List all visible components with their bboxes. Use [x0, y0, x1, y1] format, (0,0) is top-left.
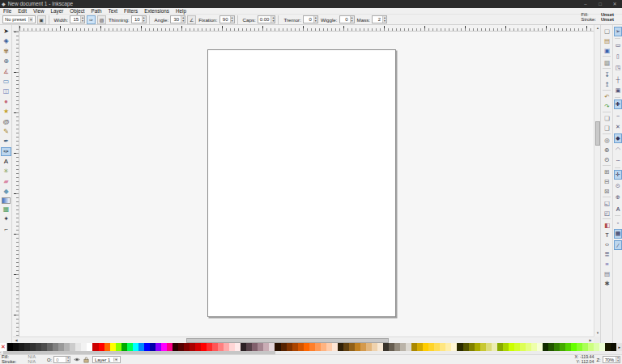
- layer-select[interactable]: Layer 1 ▾: [92, 356, 121, 363]
- snap-smooth-nodes[interactable]: ◠: [614, 145, 622, 154]
- open-document[interactable]: ▤: [602, 36, 612, 45]
- color-swatch[interactable]: [13, 343, 19, 351]
- color-swatch[interactable]: [588, 343, 594, 351]
- color-swatch[interactable]: [582, 343, 588, 351]
- color-swatch[interactable]: [383, 343, 389, 351]
- snap-bbox-corners[interactable]: ◳: [614, 63, 622, 73]
- color-swatch[interactable]: [321, 343, 326, 351]
- wiggle-spin-down[interactable]: ▾: [351, 19, 354, 23]
- snap-guides[interactable]: ∕: [614, 240, 622, 250]
- menu-extensions[interactable]: Extensions: [141, 8, 173, 15]
- color-swatch[interactable]: [116, 343, 121, 351]
- color-swatch[interactable]: [144, 343, 150, 351]
- color-swatch[interactable]: [104, 343, 110, 351]
- snap-bbox-edge-midpoints[interactable]: ┼: [614, 74, 622, 84]
- menu-text[interactable]: Text: [105, 8, 121, 15]
- color-swatch[interactable]: [275, 343, 280, 351]
- wiggle-spinner[interactable]: 0▴▾: [339, 15, 355, 23]
- color-swatch[interactable]: [611, 343, 616, 351]
- tool-paint-bucket[interactable]: ◆: [1, 187, 11, 196]
- title-bar[interactable]: ◆ New document 1 - Inkscape – □ ✕: [0, 0, 622, 8]
- color-swatch[interactable]: [195, 343, 201, 351]
- color-swatch[interactable]: [565, 343, 571, 351]
- color-swatch[interactable]: [497, 343, 503, 351]
- tool-gradient[interactable]: [2, 197, 11, 204]
- menu-edit[interactable]: Edit: [15, 8, 30, 15]
- color-swatch[interactable]: [184, 343, 190, 351]
- zoom-spin-down[interactable]: ▾: [616, 360, 620, 363]
- color-swatch[interactable]: [81, 343, 87, 351]
- chevron-down-icon[interactable]: ▾: [28, 17, 33, 22]
- menu-help[interactable]: Help: [173, 8, 190, 15]
- tool-spray[interactable]: ✳: [1, 167, 11, 176]
- horizontal-scrollbar[interactable]: ◀ ▶: [13, 336, 594, 343]
- color-swatch[interactable]: [423, 343, 428, 351]
- color-swatch[interactable]: [110, 343, 116, 351]
- tool-selector[interactable]: ➤: [1, 27, 11, 36]
- color-swatch[interactable]: [304, 343, 309, 351]
- color-swatch[interactable]: [75, 343, 81, 351]
- menu-layer[interactable]: Layer: [48, 8, 67, 15]
- color-swatch[interactable]: [58, 343, 64, 351]
- snap-bbox-edges[interactable]: ▯: [614, 52, 622, 61]
- tool-connector[interactable]: ⌐: [1, 225, 11, 234]
- tool-3d-box[interactable]: ◫: [1, 87, 11, 95]
- snap-nodes[interactable]: ✚: [614, 99, 622, 109]
- color-swatch[interactable]: [207, 343, 212, 351]
- color-swatch[interactable]: [173, 343, 178, 351]
- color-swatch[interactable]: [150, 343, 156, 351]
- color-swatch[interactable]: [201, 343, 207, 351]
- color-swatch[interactable]: [263, 343, 269, 351]
- color-swatch[interactable]: [463, 343, 469, 351]
- color-swatch[interactable]: [246, 343, 252, 351]
- color-swatch[interactable]: [560, 343, 565, 351]
- tool-calligraphy[interactable]: ✑: [1, 147, 11, 156]
- duplicate[interactable]: ⊞: [602, 167, 612, 176]
- vertical-scrollbar[interactable]: ▲ ▼: [594, 25, 600, 336]
- snap-bbox-centers[interactable]: ▣: [614, 86, 622, 95]
- width-spin-down[interactable]: ▾: [81, 19, 84, 23]
- color-swatch[interactable]: [377, 343, 383, 351]
- thinning-spin-down[interactable]: ▾: [143, 19, 146, 23]
- thinning-spinner[interactable]: 10▴▾: [131, 15, 147, 23]
- tool-star[interactable]: ★: [1, 107, 11, 116]
- menu-view[interactable]: View: [30, 8, 48, 15]
- align-distribute-dialog[interactable]: ≣: [602, 250, 612, 259]
- import-bitmap[interactable]: ↧: [602, 70, 612, 79]
- color-swatch[interactable]: [355, 343, 360, 351]
- color-swatch[interactable]: [332, 343, 338, 351]
- snap-path-intersections[interactable]: ✕: [614, 122, 622, 132]
- fixation-spinner[interactable]: 90▴▾: [219, 15, 235, 23]
- color-swatch[interactable]: [571, 343, 577, 351]
- layer-visibility-toggle[interactable]: [74, 357, 80, 362]
- color-swatch[interactable]: [434, 343, 440, 351]
- color-swatch[interactable]: [156, 343, 161, 351]
- chevron-down-icon[interactable]: ▾: [113, 358, 117, 362]
- color-swatch[interactable]: [445, 343, 451, 351]
- color-swatch[interactable]: [394, 343, 400, 351]
- color-swatch[interactable]: [36, 343, 41, 351]
- tool-text[interactable]: A: [1, 157, 11, 166]
- color-swatch[interactable]: [138, 343, 144, 351]
- color-swatch[interactable]: [92, 343, 98, 351]
- undo[interactable]: ↶: [602, 92, 612, 101]
- color-swatch[interactable]: [440, 343, 445, 351]
- color-swatch[interactable]: [133, 343, 138, 351]
- caps-spin-down[interactable]: ▾: [271, 19, 275, 23]
- color-swatch[interactable]: [509, 343, 514, 351]
- zoom-to-drawing[interactable]: ⊚: [602, 146, 612, 154]
- color-swatch[interactable]: [475, 343, 480, 351]
- color-swatch[interactable]: [543, 343, 548, 351]
- color-swatch[interactable]: [417, 343, 423, 351]
- color-swatch[interactable]: [30, 343, 36, 351]
- color-swatch[interactable]: [514, 343, 520, 351]
- opacity-spin-down[interactable]: ▾: [66, 360, 70, 363]
- caps-spinner[interactable]: 0.00▴▾: [258, 15, 276, 23]
- menu-filters[interactable]: Filters: [121, 8, 141, 15]
- opacity-spinner[interactable]: 0 ▴ ▾: [53, 356, 70, 363]
- color-swatch[interactable]: [599, 343, 605, 351]
- color-swatch[interactable]: [343, 343, 349, 351]
- swatch-no-color[interactable]: ✕: [0, 343, 7, 351]
- snap-cusp-nodes[interactable]: ◆: [614, 133, 622, 143]
- tremor-spin-down[interactable]: ▾: [314, 19, 317, 23]
